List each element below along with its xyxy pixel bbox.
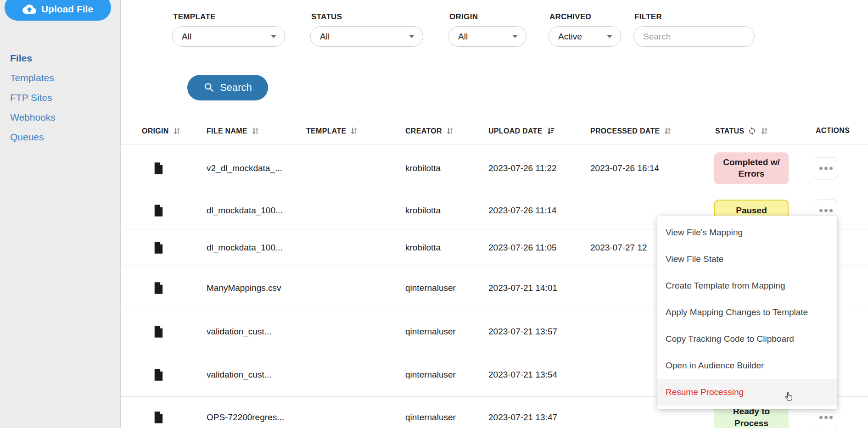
chevron-down-icon	[409, 35, 414, 38]
filter-search-input[interactable]	[633, 26, 755, 47]
sort-descending-active-icon	[546, 127, 555, 135]
template-filter-dropdown[interactable]: All	[172, 26, 285, 47]
column-header-upload-date[interactable]: UPLOAD DATE	[488, 127, 555, 135]
processed-date-cell: 2023-07-27 12	[590, 243, 647, 253]
file-icon	[153, 369, 163, 381]
sort-icon	[350, 127, 358, 135]
archived-filter-label: ARCHIVED	[549, 12, 591, 22]
status-filter-value: All	[320, 32, 330, 42]
status-filter-label: STATUS	[311, 12, 342, 22]
file-name-cell[interactable]: validation_cust...	[207, 327, 272, 337]
archived-filter-value: Active	[558, 32, 582, 42]
hand-pointer-cursor	[783, 389, 796, 403]
table-row: v2_dl_mockdata_... krobilotta 2023-07-26…	[121, 145, 868, 192]
template-filter-value: All	[182, 32, 191, 42]
chevron-down-icon	[271, 35, 276, 38]
upload-date-cell: 2023-07-21 13:54	[488, 370, 557, 380]
search-button[interactable]: Search	[187, 75, 268, 100]
menu-item-copy-tracking-code[interactable]: Copy Tracking Code to Clipboard	[657, 326, 837, 352]
creator-cell: qinternaluser	[405, 412, 456, 422]
table-header: ORIGIN FILE NAME TEMPLATE CREATOR UPLOAD…	[121, 120, 868, 145]
search-button-label: Search	[220, 82, 252, 94]
creator-cell: qinternaluser	[405, 327, 456, 337]
column-header-template[interactable]: TEMPLATE	[306, 127, 358, 135]
upload-date-cell: 2023-07-26 11:14	[488, 206, 557, 216]
status-filter-dropdown[interactable]: All	[310, 26, 423, 47]
creator-cell: qinternaluser	[405, 370, 456, 380]
column-header-creator[interactable]: CREATOR	[405, 127, 454, 135]
origin-filter-label: ORIGIN	[449, 12, 478, 22]
file-icon	[153, 241, 163, 254]
search-icon	[203, 82, 215, 94]
cloud-upload-icon	[22, 2, 36, 16]
chevron-down-icon	[607, 35, 612, 38]
sort-icon	[446, 127, 454, 135]
menu-item-create-template[interactable]: Create Template from Mapping	[657, 272, 837, 299]
upload-date-cell: 2023-07-26 11:22	[488, 163, 557, 173]
row-actions-button[interactable]	[815, 406, 837, 428]
template-filter-label: TEMPLATE	[173, 12, 216, 22]
sidebar: Upload File Files Templates FTP Sites We…	[0, 0, 121, 428]
filter-label: FILTER	[634, 12, 662, 22]
sort-icon	[251, 127, 260, 135]
upload-date-cell: 2023-07-26 11:05	[488, 243, 557, 253]
file-name-cell[interactable]: v2_dl_mockdata_...	[207, 163, 282, 173]
upload-file-button[interactable]: Upload File	[5, 0, 111, 21]
row-actions-context-menu: View File's Mapping View File State Crea…	[657, 216, 837, 409]
file-name-cell[interactable]: validation_cust...	[207, 370, 272, 380]
menu-item-view-file-state[interactable]: View File State	[657, 246, 837, 272]
file-icon	[153, 205, 163, 217]
column-header-actions: ACTIONS	[816, 127, 850, 135]
sidebar-item-webhooks[interactable]: Webhooks	[10, 111, 56, 124]
file-icon	[153, 162, 163, 174]
column-header-origin[interactable]: ORIGIN	[142, 127, 181, 135]
upload-file-label: Upload File	[41, 4, 93, 15]
menu-item-open-in-audience-builder[interactable]: Open in Audience Builder	[657, 352, 837, 379]
file-icon	[153, 282, 163, 294]
column-header-status[interactable]: STATUS	[715, 127, 769, 135]
column-header-file-name[interactable]: FILE NAME	[207, 127, 260, 135]
menu-item-apply-mapping-changes[interactable]: Apply Mapping Changes to Template	[657, 299, 837, 326]
processed-date-cell: 2023-07-26 16:14	[590, 163, 659, 173]
origin-filter-value: All	[458, 32, 468, 42]
file-name-cell[interactable]: dl_mockdata_100...	[207, 243, 283, 253]
sidebar-item-templates[interactable]: Templates	[10, 71, 56, 85]
column-header-processed-date[interactable]: PROCESSED DATE	[590, 127, 672, 135]
menu-item-resume-processing[interactable]: Resume Processing	[657, 379, 837, 406]
origin-filter-dropdown[interactable]: All	[448, 26, 526, 47]
row-actions-button[interactable]	[815, 157, 837, 179]
refresh-status-icon[interactable]	[748, 127, 756, 135]
status-badge: Completed w/ Errors	[714, 152, 789, 184]
menu-item-view-files-mapping[interactable]: View File's Mapping	[657, 219, 837, 246]
chevron-down-icon	[512, 35, 518, 38]
archived-filter-dropdown[interactable]: Active	[549, 26, 621, 47]
sidebar-nav: Files Templates FTP Sites Webhooks Queue…	[10, 51, 56, 150]
upload-date-cell: 2023-07-21 13:57	[488, 327, 557, 337]
page-title: Files	[132, 0, 160, 1]
file-name-cell[interactable]: OPS-72200regres...	[207, 412, 284, 422]
sort-icon	[173, 127, 181, 135]
upload-date-cell: 2023-07-21 13:47	[488, 412, 557, 422]
sort-icon	[663, 127, 672, 135]
sidebar-item-queues[interactable]: Queues	[10, 130, 56, 144]
creator-cell: krobilotta	[405, 206, 441, 216]
upload-date-cell: 2023-07-21 14:01	[488, 283, 557, 293]
file-icon	[153, 411, 163, 424]
sidebar-item-ftp-sites[interactable]: FTP Sites	[10, 91, 56, 105]
file-name-cell[interactable]: ManyMappings.csv	[207, 283, 281, 293]
creator-cell: qinternaluser	[405, 283, 456, 293]
file-name-cell[interactable]: dl_mockdata_100...	[207, 206, 283, 216]
file-icon	[153, 325, 163, 338]
creator-cell: krobilotta	[405, 163, 441, 173]
sidebar-item-files[interactable]: Files	[10, 51, 56, 65]
sort-icon	[760, 127, 769, 135]
creator-cell: krobilotta	[405, 243, 441, 253]
